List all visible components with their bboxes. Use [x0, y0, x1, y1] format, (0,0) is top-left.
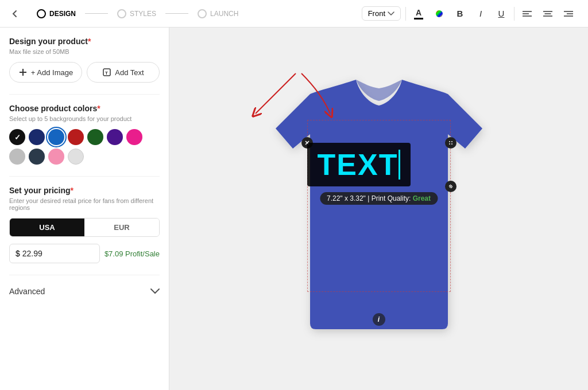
- text-icon: T: [102, 68, 111, 77]
- pricing-subtitle: Enter your desired retail price for fans…: [9, 197, 160, 211]
- price-input-row: $ $7.09 Profit/Sale: [9, 244, 160, 263]
- design-required: *: [88, 37, 91, 46]
- svg-point-17: [451, 141, 452, 142]
- color-swatch-silver[interactable]: [9, 149, 25, 165]
- colors-subtitle: Select up to 5 backgrounds for your prod…: [9, 115, 160, 122]
- add-image-label: + Add Image: [31, 68, 73, 77]
- back-button[interactable]: [7, 6, 23, 22]
- bold-button[interactable]: B: [452, 6, 468, 22]
- pricing-tabs: USA EUR: [9, 218, 160, 237]
- text-content: TEXT: [318, 148, 399, 181]
- color-swatch-black[interactable]: [9, 129, 25, 145]
- step-circle-design: [37, 9, 46, 18]
- right-canvas: TEXT 7.22" x 3.32" | Print Quality: Grea…: [169, 28, 588, 390]
- tshirt-container: TEXT 7.22" x 3.32" | Print Quality: Grea…: [253, 60, 505, 358]
- nav-step-launch[interactable]: LAUNCH: [188, 9, 247, 18]
- dimension-label: 7.22" x 3.32" | Print Quality:: [327, 194, 411, 202]
- nav-steps: DESIGN STYLES LAUNCH: [28, 9, 247, 18]
- dimension-badge: 7.22" x 3.32" | Print Quality: Great: [320, 192, 438, 205]
- svg-point-0: [436, 10, 443, 17]
- plus-icon: [18, 68, 28, 77]
- left-panel: Design your product* Max file size of 50…: [0, 28, 169, 390]
- svg-point-18: [449, 143, 450, 145]
- top-nav: DESIGN STYLES LAUNCH Front A: [0, 0, 588, 28]
- step-label-styles: STYLES: [130, 10, 156, 18]
- resize-icon: [448, 184, 454, 189]
- color-swatch-pink[interactable]: [126, 129, 142, 145]
- profit-label: $7.09 Profit/Sale: [105, 249, 160, 258]
- action-buttons: + Add Image T Add Text: [9, 62, 160, 83]
- quality-label: Great: [413, 194, 431, 202]
- divider-3: [9, 275, 160, 275]
- font-color-button[interactable]: A: [411, 6, 427, 22]
- step-line-1: [85, 13, 108, 14]
- text-element-wrap[interactable]: TEXT 7.22" x 3.32" | Print Quality: Grea…: [307, 143, 451, 186]
- pricing-title: Set your pricing*: [9, 186, 160, 195]
- color-swatch-darkgray[interactable]: [29, 149, 45, 165]
- main-layout: Design your product* Max file size of 50…: [0, 28, 588, 390]
- colors-title: Choose product colors*: [9, 104, 160, 113]
- tab-usa[interactable]: USA: [10, 219, 84, 236]
- design-title-text: Design your product: [9, 37, 88, 46]
- svg-point-19: [451, 143, 452, 145]
- italic-button[interactable]: I: [473, 6, 489, 22]
- tab-eur[interactable]: EUR: [84, 219, 159, 236]
- text-element[interactable]: TEXT: [307, 143, 411, 186]
- price-input-wrap: $: [9, 244, 100, 263]
- advanced-row[interactable]: Advanced: [9, 284, 160, 298]
- text-cursor: [399, 150, 400, 180]
- add-text-button[interactable]: T Add Text: [87, 62, 160, 83]
- color-swatch-lightgray[interactable]: [68, 149, 84, 165]
- design-section: Design your product* Max file size of 50…: [9, 37, 160, 83]
- color-swatch-red[interactable]: [68, 129, 84, 145]
- divider-2: [9, 176, 160, 177]
- currency-symbol: $: [16, 249, 20, 258]
- align-right-button[interactable]: [560, 6, 577, 22]
- color-swatch-green[interactable]: [87, 129, 103, 145]
- nav-step-styles[interactable]: STYLES: [108, 9, 165, 18]
- colors-title-text: Choose product colors: [9, 104, 97, 113]
- add-image-button[interactable]: + Add Image: [9, 62, 82, 83]
- nav-step-design[interactable]: DESIGN: [28, 9, 85, 18]
- align-left-button[interactable]: [519, 6, 535, 22]
- svg-point-16: [449, 141, 450, 142]
- pricing-section: Set your pricing* Enter your desired ret…: [9, 186, 160, 263]
- color-grid: [9, 129, 160, 165]
- view-select[interactable]: Front: [362, 6, 401, 21]
- color-swatch-purple[interactable]: [107, 129, 123, 145]
- design-subtitle: Max file size of 50MB: [9, 48, 160, 55]
- add-text-label: Add Text: [115, 68, 144, 77]
- toolbar-area: Front A B I U: [357, 6, 581, 22]
- divider-1: [9, 94, 160, 95]
- color-swatch-lightpink[interactable]: [48, 149, 64, 165]
- view-label: Front: [368, 9, 385, 18]
- move-icon: [448, 140, 454, 146]
- step-line-2: [165, 13, 188, 14]
- pricing-required: *: [71, 186, 74, 195]
- step-circle-styles: [117, 9, 126, 18]
- step-circle-launch: [198, 9, 207, 18]
- toolbar-divider-2: [514, 7, 514, 21]
- svg-text:T: T: [105, 71, 108, 76]
- info-icon[interactable]: i: [373, 313, 385, 326]
- drag-handle[interactable]: [445, 137, 457, 149]
- pricing-title-text: Set your pricing: [9, 186, 71, 195]
- price-input[interactable]: [22, 249, 94, 258]
- font-icon: A: [416, 8, 421, 17]
- chevron-down-icon: [150, 288, 160, 294]
- align-center-button[interactable]: [540, 6, 556, 22]
- colors-section: Choose product colors* Select up to 5 ba…: [9, 104, 160, 165]
- advanced-label: Advanced: [9, 287, 45, 296]
- step-label-design: DESIGN: [49, 10, 76, 18]
- step-label-launch: LAUNCH: [210, 10, 238, 18]
- color-swatch-navy[interactable]: [29, 129, 45, 145]
- font-color-bar: [414, 18, 423, 20]
- font-color-picker-button[interactable]: [431, 6, 447, 22]
- design-title: Design your product*: [9, 37, 160, 46]
- underline-button[interactable]: U: [493, 6, 509, 22]
- colors-required: *: [97, 104, 100, 113]
- toolbar-divider-1: [405, 7, 406, 21]
- color-swatch-blue[interactable]: [48, 129, 64, 145]
- resize-handle[interactable]: [445, 181, 457, 192]
